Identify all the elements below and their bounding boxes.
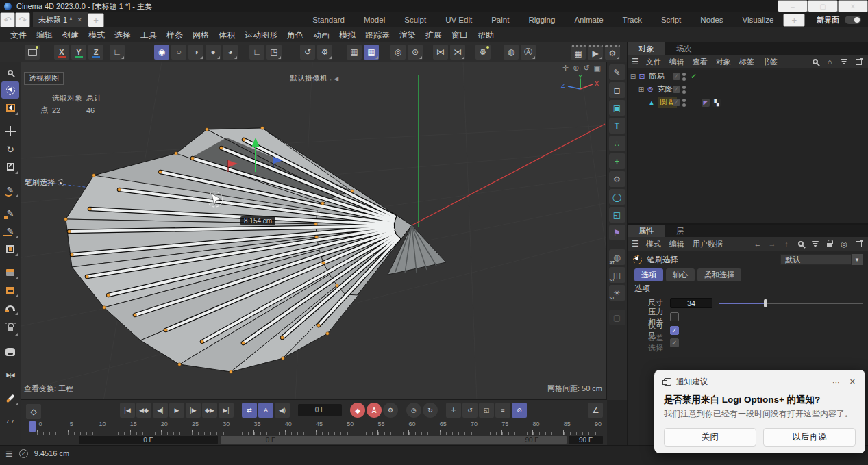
next-key-button[interactable]: ◆▶: [202, 403, 217, 418]
rings-icon[interactable]: ◎: [390, 45, 406, 60]
record-time-button[interactable]: ◷: [406, 403, 421, 418]
y-axis-lock-button[interactable]: Y: [71, 45, 86, 60]
arch-tool[interactable]: [1, 299, 19, 316]
view-label[interactable]: 透视视图: [24, 72, 64, 85]
layout-tab[interactable]: UV Edit: [436, 16, 482, 24]
timeline-playhead[interactable]: [29, 421, 36, 432]
menu-item[interactable]: 文件: [5, 29, 32, 41]
target-icon[interactable]: ⊙: [408, 45, 423, 60]
fcurve-editor-button[interactable]: ∠: [588, 403, 603, 418]
document-tab[interactable]: 未标题 1 * ✕: [33, 12, 88, 27]
toggle-view-icon[interactable]: ▣: [594, 64, 601, 73]
enable-toggle[interactable]: ∕: [673, 73, 680, 80]
om-menu-item[interactable]: 编辑: [665, 57, 689, 67]
object-name[interactable]: 克隆: [657, 84, 673, 95]
filter-icon[interactable]: [839, 56, 850, 67]
layout-tab[interactable]: Standard: [303, 16, 354, 24]
corner-tile-icon[interactable]: ◱: [609, 207, 625, 223]
volume-button[interactable]: ◀): [275, 403, 290, 418]
more-options-icon[interactable]: ···: [832, 377, 840, 386]
maximize-button[interactable]: ▢: [808, 0, 838, 12]
live-selection-tool[interactable]: [1, 81, 19, 99]
text-tile-icon[interactable]: T: [609, 118, 625, 134]
hexagon-outline-icon[interactable]: ○: [171, 45, 186, 60]
om-menu-item[interactable]: 文件: [642, 57, 665, 67]
grid-snap-icon[interactable]: ▦: [347, 45, 362, 60]
menu-item[interactable]: 模式: [84, 29, 110, 41]
up-arrow-icon[interactable]: ↑: [781, 238, 792, 249]
gear-dot-icon[interactable]: ⚙: [475, 45, 491, 60]
keyframe-selection-button[interactable]: ⊘: [512, 403, 527, 418]
panel-icon[interactable]: [853, 238, 864, 249]
plus-tile-icon[interactable]: +: [609, 153, 625, 169]
close-icon[interactable]: ✕: [850, 377, 856, 386]
x-axis-lock-button[interactable]: X: [54, 45, 69, 60]
menu-item[interactable]: 模拟: [334, 29, 360, 41]
light-st-tile-icon[interactable]: ☀ST: [609, 285, 625, 301]
om-menu-item[interactable]: 书签: [758, 57, 782, 67]
object-row[interactable]: ⊟ ⊡ 简易 ∕ ✓: [628, 70, 868, 83]
flag-tile-icon[interactable]: ⚑: [609, 225, 625, 240]
om-menu-item[interactable]: 对象: [712, 57, 735, 67]
expand-toggle[interactable]: ⊞: [637, 86, 645, 93]
perspective-viewport[interactable]: ✛⊕↺▣ 透视视图 默认摄像机 ⌐◀ 选取对象总计 点2246 笔刷选择 ▸ 8…: [21, 62, 607, 400]
menu-item[interactable]: 样条: [162, 29, 188, 41]
preset-dropdown[interactable]: 默认 ▾: [780, 254, 863, 265]
redo-icon[interactable]: ↷: [15, 12, 30, 27]
gear-tile-icon[interactable]: ⚙: [609, 171, 625, 187]
spline-pen-tool[interactable]: ✎: [1, 181, 19, 199]
hamburger-icon[interactable]: ☰: [632, 239, 639, 249]
menu-item[interactable]: 选择: [110, 29, 136, 41]
camera-st-tile-icon[interactable]: ◫ST: [609, 267, 625, 283]
figure-tile-icon[interactable]: ∴: [609, 136, 625, 151]
size-input[interactable]: 34: [670, 298, 712, 308]
edge-pen-tool[interactable]: ✎: [1, 223, 19, 240]
gear-icon[interactable]: ⚙: [317, 45, 332, 60]
hexagon-filled-icon[interactable]: ●: [206, 45, 221, 60]
magnifier-icon[interactable]: [1, 64, 19, 81]
hexagon-notch-icon[interactable]: ◕: [223, 45, 238, 60]
autokey-frame-button[interactable]: A: [258, 403, 273, 418]
collapse-toggle[interactable]: ⊟: [629, 73, 637, 80]
panel-tab[interactable]: 属性: [628, 225, 665, 237]
forward-arrow-icon[interactable]: →: [767, 238, 778, 249]
layout-tab[interactable]: Nodes: [691, 16, 732, 24]
plane-tool[interactable]: ▱: [1, 412, 19, 429]
close-button[interactable]: ✕: [838, 0, 868, 12]
search-icon[interactable]: [810, 56, 821, 67]
hexagon-half-icon[interactable]: ◑: [188, 45, 203, 60]
z-axis-lock-button[interactable]: Z: [88, 45, 103, 60]
home-icon[interactable]: ⌂: [824, 56, 835, 67]
u-move-icon[interactable]: ↺: [300, 45, 315, 60]
grid-lock-icon[interactable]: ▦: [364, 45, 379, 60]
panel-icon[interactable]: [853, 56, 864, 67]
document-tab-close-icon[interactable]: ✕: [77, 16, 83, 23]
coordinate-system-icon[interactable]: ∟: [110, 45, 125, 60]
cube-top-tool[interactable]: [1, 264, 19, 281]
circle-tile-icon[interactable]: ◯: [609, 189, 625, 205]
go-to-start-button[interactable]: |◀: [120, 403, 135, 418]
menu-item[interactable]: 动画: [308, 29, 334, 41]
keyframe-settings-button[interactable]: ⚙: [383, 403, 398, 418]
back-arrow-icon[interactable]: ←: [752, 238, 763, 249]
timeline-ruler[interactable]: 051015202530354045505560657075808590: [37, 420, 602, 427]
record-scale-button[interactable]: ◱: [479, 403, 494, 418]
record-loop-button[interactable]: ↻: [423, 403, 438, 418]
play-button[interactable]: ▶: [169, 403, 184, 418]
zoom-view-icon[interactable]: ⊕: [573, 64, 579, 73]
panel-tab[interactable]: 对象: [628, 42, 665, 55]
visibility-dots[interactable]: [682, 99, 686, 107]
object-row-selected[interactable]: ▲ 圆盘 ∕ ◤ ▚: [628, 96, 868, 109]
polygon-square-tool[interactable]: [1, 240, 19, 257]
enable-toggle[interactable]: ∕: [673, 99, 680, 106]
add-document-tab-button[interactable]: +: [88, 13, 104, 27]
rotate-view-icon[interactable]: ↺: [583, 64, 589, 73]
hamburger-icon[interactable]: ☰: [5, 449, 13, 459]
globe-st-tile-icon[interactable]: ◍ST: [609, 249, 625, 265]
menu-item[interactable]: 扩展: [421, 29, 447, 41]
pressure-checkbox[interactable]: [670, 312, 679, 321]
rectangle-selection-tool[interactable]: [1, 99, 19, 116]
keyframe-diamond-button[interactable]: ◇: [26, 404, 41, 419]
lock-icon[interactable]: [824, 238, 835, 249]
visibility-dots[interactable]: [682, 86, 686, 94]
